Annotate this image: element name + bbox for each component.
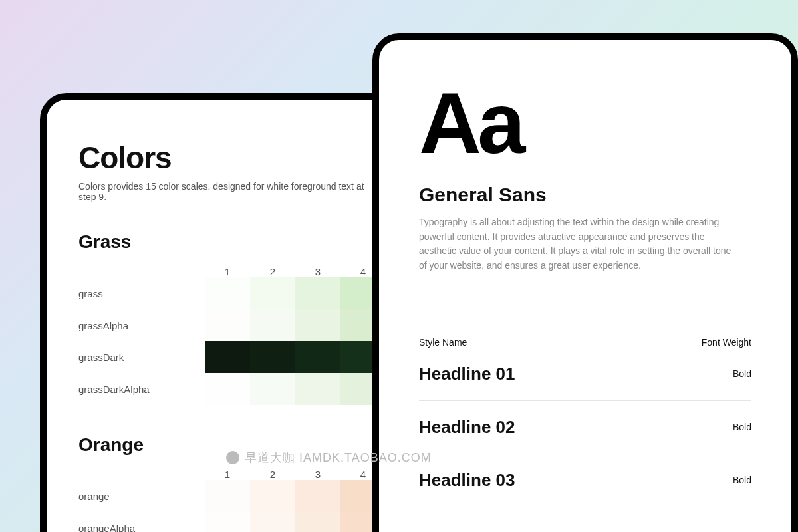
color-swatch	[205, 309, 250, 341]
colors-panel: Colors Colors provides 15 color scales, …	[40, 93, 412, 532]
scale-name: grassAlpha	[78, 320, 205, 331]
color-swatch	[250, 373, 295, 405]
scale-name: grassDarkAlpha	[78, 384, 205, 395]
scale-col-num: 3	[295, 469, 340, 480]
color-swatch	[205, 512, 250, 532]
color-swatch	[205, 373, 250, 405]
type-description: Typography is all about adjusting the te…	[419, 215, 738, 273]
color-swatch	[250, 309, 295, 341]
headline-weight: Bold	[733, 475, 751, 485]
scale-row: orange	[78, 480, 379, 512]
color-swatch	[250, 341, 295, 373]
color-swatch	[205, 277, 250, 309]
scale-col-num: 2	[250, 469, 295, 480]
col-font-weight: Font Weight	[702, 337, 751, 348]
scale-col-num: 1	[205, 266, 250, 277]
scale-name: orange	[78, 491, 205, 502]
color-swatch	[295, 512, 340, 532]
scale-col-num: 1	[205, 469, 250, 480]
headline-weight: Bold	[733, 368, 751, 379]
font-name: General Sans	[419, 184, 751, 206]
watermark-icon	[226, 451, 239, 464]
scale-name: orangeAlpha	[78, 523, 205, 533]
watermark-text: 早道大咖 IAMDK.TAOBAO.COM	[245, 450, 432, 466]
type-row: Headline 01Bold	[419, 348, 751, 401]
watermark: 早道大咖 IAMDK.TAOBAO.COM	[226, 450, 432, 466]
scale-header: 1234	[78, 469, 379, 480]
colors-subtitle: Colors provides 15 color scales, designe…	[78, 181, 379, 202]
headline-name: Headline 01	[419, 364, 515, 384]
color-swatch	[205, 480, 250, 512]
color-swatch	[250, 512, 295, 532]
type-row: Headline 02Bold	[419, 401, 751, 454]
scale-row: grass	[78, 277, 379, 309]
color-swatch	[295, 277, 340, 309]
headline-name: Headline 03	[419, 470, 515, 491]
scale-col-num: 3	[295, 266, 340, 277]
color-swatch	[205, 341, 250, 373]
scale-name: grass	[78, 288, 205, 299]
type-table-head: Style Name Font Weight	[419, 337, 751, 348]
scale-name: grassDark	[78, 352, 205, 363]
color-swatch	[250, 277, 295, 309]
scale-row: grassDarkAlpha	[78, 373, 379, 405]
typography-panel: Aa General Sans Typography is all about …	[372, 33, 798, 532]
color-swatch	[250, 480, 295, 512]
type-specimen: Aa	[419, 80, 751, 166]
scale-header: 1234	[78, 266, 379, 277]
color-swatch	[295, 309, 340, 341]
scale-row: orangeAlpha	[78, 512, 379, 532]
headline-weight: Bold	[733, 422, 751, 432]
headline-name: Headline 02	[419, 417, 515, 438]
color-swatch	[295, 373, 340, 405]
colors-title: Colors	[78, 140, 379, 176]
color-swatch	[295, 341, 340, 373]
col-style-name: Style Name	[419, 337, 467, 348]
scale-row: grassAlpha	[78, 309, 379, 341]
scale-row: grassDark	[78, 341, 379, 373]
type-row: Headline 03Bold	[419, 454, 751, 507]
scale-col-num: 2	[250, 266, 295, 277]
color-swatch	[295, 480, 340, 512]
section-title: Grass	[78, 231, 379, 253]
